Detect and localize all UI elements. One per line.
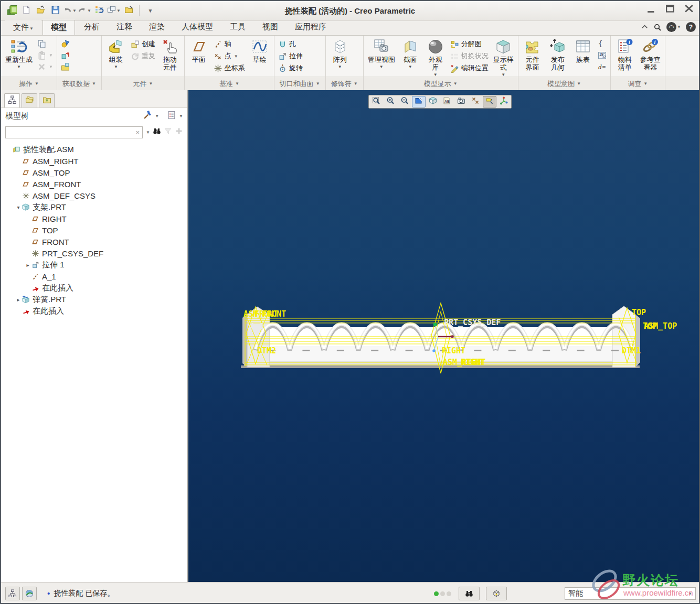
tree-tools-icon[interactable] xyxy=(143,111,152,122)
annotations-button[interactable]: z xyxy=(483,96,496,107)
button-点[interactable]: 点▼ xyxy=(212,51,247,61)
select-items-button[interactable] xyxy=(486,587,507,600)
button-shrinkwrap[interactable] xyxy=(59,62,71,72)
tab-folder-browser[interactable] xyxy=(22,93,37,107)
group-label-切口和曲面[interactable]: 切口和曲面▼ xyxy=(274,77,325,90)
tab-分析[interactable]: 分析 xyxy=(76,20,108,35)
tree-item-ASM_TOP[interactable]: ASM_TOP xyxy=(1,167,187,178)
help-icon[interactable]: ? xyxy=(686,22,696,32)
button-管理视图[interactable]: 管理视图▼ xyxy=(366,37,397,70)
app-logo-button[interactable] xyxy=(4,3,18,18)
graphics-viewport[interactable]: ASM_FRONTFRONTA_1DTM2PRT_CSYS_DEFRIGHTAS… xyxy=(188,90,699,582)
open-file-button[interactable] xyxy=(34,3,47,18)
button-旋转[interactable]: 旋转 xyxy=(277,63,304,73)
undo-button[interactable]: ▼ xyxy=(63,3,77,18)
regenerate-list-button[interactable] xyxy=(92,3,106,18)
button-braces[interactable]: { } xyxy=(596,39,608,49)
button-阵列[interactable]: 阵列▼ xyxy=(328,37,352,70)
button-孔[interactable]: 孔 xyxy=(277,39,304,49)
button-重复[interactable]: 重复 xyxy=(129,51,157,61)
button-delete[interactable]: ▼ xyxy=(36,62,55,72)
find-icon[interactable] xyxy=(153,127,161,137)
minimize-button[interactable] xyxy=(645,4,657,14)
datum-label-RIGHT[interactable]: RIGHT xyxy=(461,358,484,367)
datum-label-A_1[interactable]: A_1 xyxy=(250,322,264,331)
customize-qat-button[interactable]: ▼ xyxy=(143,3,157,18)
datum-label-TOP[interactable]: TOP xyxy=(643,321,657,331)
button-外观库[interactable]: 外观库▼ xyxy=(423,37,448,78)
group-label-调查[interactable]: 调查▼ xyxy=(611,77,665,90)
new-file-button[interactable] xyxy=(19,3,33,18)
button-拉伸[interactable]: 拉伸 xyxy=(277,51,304,61)
button-坐标系[interactable]: 坐标系 xyxy=(212,63,247,73)
learning-center-icon[interactable]: ◠▼ xyxy=(666,22,681,32)
button-toggle-dims[interactable]: 1532 xyxy=(596,50,608,60)
tab-视图[interactable]: 视图 xyxy=(254,20,286,35)
tab-favorites[interactable] xyxy=(39,93,55,107)
button-轴[interactable]: 轴 xyxy=(212,39,247,49)
expander-icon[interactable]: ▸ xyxy=(24,262,31,268)
button-d-equals[interactable]: d= xyxy=(596,62,608,72)
button-copy-geometry[interactable] xyxy=(59,50,71,60)
tab-file[interactable]: 文件▼ xyxy=(5,20,41,35)
expander-icon[interactable]: ▸ xyxy=(15,297,22,303)
filter-icon[interactable] xyxy=(164,127,172,137)
tree-search-input[interactable] xyxy=(8,128,135,136)
group-label-获取数据[interactable]: 获取数据▼ xyxy=(57,77,101,90)
zoom-out-button[interactable] xyxy=(398,96,411,107)
add-filter-icon[interactable] xyxy=(175,127,183,137)
tree-item-弹簧.PRT[interactable]: ▸弹簧.PRT xyxy=(1,294,187,305)
datum-label-TOP[interactable]: TOP xyxy=(632,308,646,317)
expander-icon[interactable]: ▾ xyxy=(15,204,22,210)
tab-模型[interactable]: 模型 xyxy=(43,20,75,35)
button-创建[interactable]: 创建 xyxy=(129,39,157,49)
group-label-模型意图[interactable]: 模型意图▼ xyxy=(518,77,610,90)
tree-item-FRONT[interactable]: FRONT xyxy=(1,236,187,247)
button-物料清单[interactable]: i物料清单 xyxy=(613,37,637,73)
tree-search-box[interactable]: × xyxy=(5,126,143,138)
spin-center-button[interactable] xyxy=(497,96,511,107)
tab-注释[interactable]: 注释 xyxy=(109,20,140,35)
selection-filter-select[interactable]: 智能 ▼ xyxy=(565,587,696,600)
search-options-caret[interactable]: ▼ xyxy=(146,130,150,135)
button-组装[interactable]: 组装▼ xyxy=(104,37,128,70)
tab-人体模型[interactable]: 人体模型 xyxy=(174,20,221,35)
button-拖动元件[interactable]: 拖动元件 xyxy=(158,37,182,73)
tree-item-在此插入[interactable]: 在此插入 xyxy=(1,305,187,317)
datum-label-DTM1[interactable]: DTM1 xyxy=(622,346,641,355)
tree-item-ASM_DEF_CSYS[interactable]: ASM_DEF_CSYS xyxy=(1,190,187,201)
button-发布几何[interactable]: 发布几何 xyxy=(546,37,570,73)
tree-item-RIGHT[interactable]: RIGHT xyxy=(1,213,187,224)
button-分解图[interactable]: 分解图 xyxy=(449,39,490,49)
button-编辑位置[interactable]: 编辑位置 xyxy=(449,63,490,73)
tab-渲染[interactable]: 渲染 xyxy=(141,20,173,35)
button-切换状况[interactable]: 切换状况 xyxy=(449,51,490,61)
zoom-in-button[interactable] xyxy=(384,96,397,107)
button-paste[interactable]: ▼ xyxy=(36,50,55,60)
button-平面[interactable]: 平面 xyxy=(187,37,211,65)
tree-item-ASM_FRONT[interactable]: ASM_FRONT xyxy=(1,178,187,190)
button-截面[interactable]: 截面▼ xyxy=(398,37,422,70)
tree-item-ASM_RIGHT[interactable]: ASM_RIGHT xyxy=(1,155,187,167)
saved-views-button[interactable]: AB xyxy=(440,96,454,107)
toggle-navigator-button[interactable] xyxy=(5,587,20,600)
toggle-browser-button[interactable] xyxy=(22,587,37,600)
folder-closed-button[interactable] xyxy=(122,3,135,18)
datum-label-DTM2[interactable]: DTM2 xyxy=(257,346,276,355)
tree-item-支架.PRT[interactable]: ▾支架.PRT xyxy=(1,201,187,213)
group-label-操作[interactable]: 操作▼ xyxy=(1,77,57,90)
tree-item-TOP[interactable]: TOP xyxy=(1,224,187,236)
tab-工具[interactable]: 工具 xyxy=(222,20,253,35)
group-label-基准[interactable]: 基准▼ xyxy=(185,77,274,90)
repaint-button[interactable] xyxy=(412,96,426,107)
tree-settings-icon[interactable] xyxy=(167,111,176,122)
save-button[interactable] xyxy=(48,3,62,18)
button-参考查看器[interactable]: i参考查看器 xyxy=(638,37,663,73)
maximize-button[interactable] xyxy=(664,4,676,14)
view-images-button[interactable] xyxy=(454,96,468,107)
datum-label-PRT_CSYS_DEF[interactable]: PRT_CSYS_DEF xyxy=(444,318,501,327)
button-草绘[interactable]: 草绘 xyxy=(248,37,272,65)
tree-item-拉伸 1[interactable]: ▸拉伸 1 xyxy=(1,259,187,271)
search-model-button[interactable] xyxy=(459,587,480,600)
button-显示样式[interactable]: 显示样式▼ xyxy=(491,37,516,78)
